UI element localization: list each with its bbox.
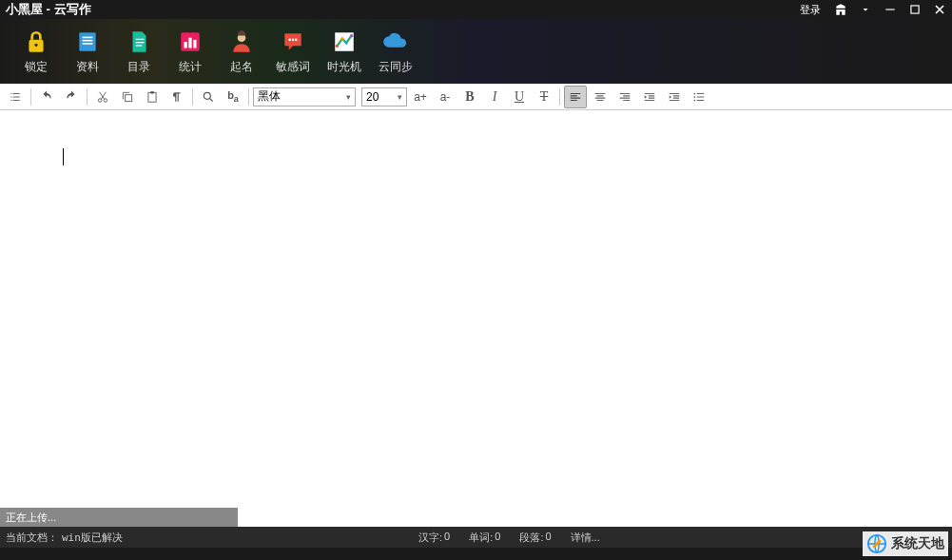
svg-point-18 [295, 38, 298, 41]
data-button[interactable]: 资料 [70, 29, 105, 75]
graph-icon [331, 29, 358, 55]
word-count: 单词: 0 [469, 531, 500, 545]
catalog-label: 目录 [127, 59, 150, 75]
separator [30, 88, 31, 106]
paragraph-icon[interactable] [165, 86, 188, 108]
detail-link[interactable]: 详情... [571, 531, 600, 545]
format-toolbar: ba 黑体 20 a+ a- B I U T [0, 84, 952, 110]
minimize-icon[interactable] [882, 1, 899, 18]
upload-status-bar: 正在上传... [0, 508, 238, 527]
svg-rect-8 [136, 38, 145, 39]
align-center-icon[interactable] [589, 86, 612, 108]
svg-point-21 [340, 37, 343, 40]
svg-rect-5 [83, 36, 93, 38]
close-icon[interactable] [931, 1, 948, 18]
replace-icon[interactable]: ba [222, 86, 244, 108]
document-icon [126, 29, 152, 55]
underline-button[interactable]: U [508, 86, 531, 108]
maximize-icon[interactable] [906, 1, 923, 18]
svg-point-30 [693, 92, 695, 94]
lock-label: 锁定 [25, 59, 48, 75]
cloudsync-label: 云同步 [379, 59, 413, 75]
svg-rect-28 [150, 91, 154, 93]
upload-wrap: 正在上传... [0, 508, 952, 527]
svg-rect-12 [185, 42, 187, 48]
stats-label: 统计 [179, 59, 202, 75]
svg-rect-6 [83, 39, 93, 41]
svg-point-29 [204, 92, 210, 99]
naming-label: 起名 [230, 59, 253, 75]
indent-decrease-icon[interactable] [638, 86, 661, 108]
font-increase-button[interactable]: a+ [409, 86, 432, 108]
svg-rect-1 [911, 6, 919, 13]
svg-point-31 [693, 96, 695, 98]
chat-icon [280, 29, 306, 55]
upload-status-text: 正在上传... [6, 511, 56, 525]
status-counts: 汉字: 0 单词: 0 段落: 0 详情... [418, 531, 600, 545]
catalog-button[interactable]: 目录 [122, 29, 156, 75]
text-cursor [63, 148, 64, 165]
svg-rect-9 [136, 42, 145, 43]
separator [248, 88, 249, 106]
svg-rect-4 [79, 32, 95, 51]
app-title: 小黑屋 - 云写作 [6, 1, 91, 18]
cloudsync-button[interactable]: 云同步 [379, 29, 413, 75]
window-controls: 登录 [800, 0, 948, 19]
separator [87, 88, 87, 106]
stats-button[interactable]: 统计 [173, 29, 207, 75]
paste-icon[interactable] [141, 86, 164, 108]
lock-button[interactable]: 锁定 [19, 29, 53, 75]
svg-point-17 [292, 38, 295, 41]
editor-area[interactable] [0, 110, 952, 508]
strike-button[interactable]: T [533, 86, 555, 108]
svg-point-22 [345, 41, 348, 44]
status-bar: 当前文档： win版已解决 汉字: 0 单词: 0 段落: 0 详情... [0, 527, 952, 548]
dropdown-icon[interactable] [857, 1, 874, 18]
theme-icon[interactable] [832, 1, 849, 18]
sensitive-button[interactable]: 敏感词 [276, 29, 310, 75]
book-icon [74, 29, 101, 55]
align-left-icon[interactable] [564, 86, 587, 108]
svg-rect-13 [188, 37, 191, 48]
align-right-icon[interactable] [613, 86, 636, 108]
svg-point-23 [350, 33, 353, 36]
title-bar: 小黑屋 - 云写作 登录 [0, 0, 952, 19]
main-toolbar: 锁定 资料 目录 统计 起名 敏感词 时光机 [0, 19, 952, 84]
redo-icon[interactable] [60, 86, 83, 108]
search-icon[interactable] [197, 86, 220, 108]
separator [192, 88, 193, 106]
font-value: 黑体 [258, 88, 281, 105]
bold-button[interactable]: B [458, 86, 481, 108]
fontsize-select[interactable]: 20 [361, 87, 407, 106]
svg-point-16 [288, 38, 291, 41]
svg-rect-10 [136, 45, 143, 46]
svg-rect-0 [885, 9, 894, 10]
svg-point-3 [34, 43, 37, 46]
list-icon[interactable] [4, 86, 27, 108]
doc-label: 当前文档： [6, 531, 58, 545]
svg-rect-14 [193, 39, 196, 48]
italic-button[interactable]: I [483, 86, 506, 108]
indent-increase-icon[interactable] [663, 86, 686, 108]
login-link[interactable]: 登录 [800, 3, 821, 17]
copy-icon[interactable] [116, 86, 139, 108]
lock-icon [23, 29, 49, 55]
svg-rect-7 [83, 43, 93, 45]
separator [559, 88, 560, 106]
list-bullets-icon[interactable] [688, 86, 710, 108]
data-label: 资料 [76, 59, 99, 75]
person-icon [228, 29, 255, 55]
undo-icon[interactable] [35, 86, 58, 108]
svg-point-20 [336, 44, 339, 47]
svg-point-32 [693, 99, 695, 101]
svg-rect-27 [148, 92, 156, 102]
font-decrease-button[interactable]: a- [434, 86, 457, 108]
cut-icon[interactable] [91, 86, 114, 108]
sensitive-label: 敏感词 [276, 59, 310, 75]
char-count: 汉字: 0 [418, 531, 450, 545]
font-select[interactable]: 黑体 [253, 87, 356, 106]
timemachine-label: 时光机 [327, 59, 361, 75]
naming-button[interactable]: 起名 [224, 29, 259, 75]
timemachine-button[interactable]: 时光机 [327, 29, 361, 75]
status-doc: 当前文档： win版已解决 [6, 531, 123, 545]
